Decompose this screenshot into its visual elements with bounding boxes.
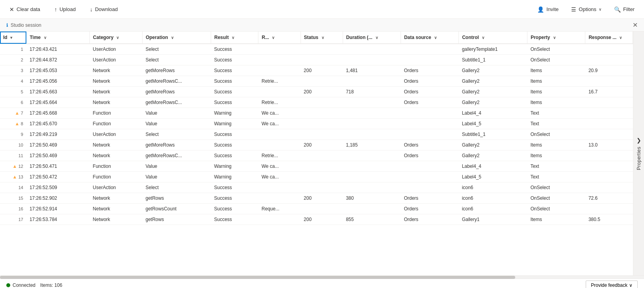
side-panel-arrow-icon: ❯ — [637, 137, 641, 143]
clear-data-label: Clear data — [17, 6, 40, 12]
table-row[interactable]: ▲ 1317:26:50.472FunctionValueWarningWe c… — [0, 172, 633, 182]
cell-time: 17:26:50.469 — [26, 140, 90, 151]
invite-button[interactable]: 👤 Invite — [534, 5, 562, 14]
upload-button[interactable]: ↑ Upload — [51, 5, 79, 14]
cell-time: 17:26:50.469 — [26, 151, 90, 161]
cell-status — [301, 204, 343, 214]
main-area: Id ▾ Time ∨ Category ∨ Operation ∨ Resul — [0, 32, 644, 275]
session-bar: ℹ Studio session ✕ — [0, 19, 644, 32]
cell-duration: 1,481 — [343, 65, 401, 76]
cell-datasource: Orders — [401, 140, 458, 151]
cell-time: 17:26:49.219 — [26, 129, 90, 140]
cell-property: Items — [527, 65, 585, 76]
cell-r — [258, 129, 301, 140]
cell-time: 17:26:45.663 — [26, 87, 90, 97]
table-row[interactable]: 1417:26:52.509UserActionSelectSuccessico… — [0, 182, 633, 193]
cell-duration — [343, 55, 401, 65]
cell-operation: Value — [142, 161, 211, 172]
sort-icon-r: ∨ — [272, 35, 275, 40]
data-table: Id ▾ Time ∨ Category ∨ Operation ∨ Resul — [0, 32, 633, 225]
sort-icon-duration: ∨ — [375, 35, 378, 40]
clear-data-button[interactable]: ✕ Clear data — [6, 5, 43, 14]
cell-result: Success — [211, 55, 258, 65]
cell-duration — [343, 172, 401, 182]
cell-category: Network — [90, 214, 143, 225]
table-row[interactable]: 917:26:49.219UserActionSelectSuccessSubt… — [0, 129, 633, 140]
status-right: Provide feedback ∨ — [586, 281, 638, 288]
cell-duration — [343, 129, 401, 140]
cell-response — [585, 44, 633, 55]
feedback-button[interactable]: Provide feedback ∨ — [586, 281, 638, 288]
side-panel[interactable]: ❯ Properties — [633, 32, 644, 275]
cell-control: Gallery2 — [459, 76, 527, 87]
cell-duration — [343, 76, 401, 87]
col-header-id[interactable]: Id ▾ — [0, 32, 26, 44]
col-header-response[interactable]: Response ... ∨ — [585, 32, 633, 44]
table-row[interactable]: ▲ 817:26:45.670FunctionValueWarningWe ca… — [0, 119, 633, 129]
cell-duration: 855 — [343, 214, 401, 225]
col-header-operation[interactable]: Operation ∨ — [142, 32, 211, 44]
cell-result: Success — [211, 97, 258, 108]
cell-datasource: Orders — [401, 97, 458, 108]
close-button[interactable]: ✕ — [633, 21, 638, 29]
table-row[interactable]: 1117:26:50.469NetworkgetMoreRowsC...Succ… — [0, 151, 633, 161]
cell-r — [258, 193, 301, 204]
table-row[interactable]: 1617:26:52.914NetworkgetRowsCountSuccess… — [0, 204, 633, 214]
side-panel-label: Properties — [636, 147, 642, 170]
col-header-control[interactable]: Control ∨ — [459, 32, 527, 44]
table-row[interactable]: ▲ 717:26:45.668FunctionValueWarningWe ca… — [0, 108, 633, 119]
cell-result: Warning — [211, 161, 258, 172]
table-container: Id ▾ Time ∨ Category ∨ Operation ∨ Resul — [0, 32, 633, 275]
filter-button[interactable]: 🔍 Filter — [611, 5, 638, 14]
table-row[interactable]: 1517:26:52.902NetworkgetRowsSuccess20038… — [0, 193, 633, 204]
table-scroll[interactable]: Id ▾ Time ∨ Category ∨ Operation ∨ Resul — [0, 32, 633, 275]
cell-operation: getMoreRows — [142, 65, 211, 76]
cell-id: ▲ 7 — [0, 108, 26, 119]
cell-response: 13.0 — [585, 140, 633, 151]
col-header-status[interactable]: Status ∨ — [301, 32, 343, 44]
col-header-result[interactable]: Result ∨ — [211, 32, 258, 44]
session-label: Studio session — [11, 22, 41, 28]
toolbar: ✕ Clear data ↑ Upload ↓ Download 👤 Invit… — [0, 0, 644, 19]
table-row[interactable]: 517:26:45.663NetworkgetMoreRowsSuccess20… — [0, 87, 633, 97]
col-header-datasource[interactable]: Data source ∨ — [401, 32, 458, 44]
table-row[interactable]: 1717:26:53.784NetworkgetRowsSuccess20085… — [0, 214, 633, 225]
col-header-time[interactable]: Time ∨ — [26, 32, 90, 44]
table-row[interactable]: 217:26:44.872UserActionSelectSuccessSubt… — [0, 55, 633, 65]
cell-id: 16 — [0, 204, 26, 214]
table-row[interactable]: 1017:26:50.469NetworkgetMoreRowsSuccess2… — [0, 140, 633, 151]
cell-status: 200 — [301, 214, 343, 225]
table-row[interactable]: 317:26:45.053NetworkgetMoreRowsSuccess20… — [0, 65, 633, 76]
clear-data-icon: ✕ — [9, 6, 14, 13]
col-header-category[interactable]: Category ∨ — [90, 32, 143, 44]
table-row[interactable]: 117:26:43.421UserActionSelectSuccessgall… — [0, 44, 633, 55]
cell-duration — [343, 44, 401, 55]
cell-time: 17:26:52.914 — [26, 204, 90, 214]
cell-time: 17:26:50.471 — [26, 161, 90, 172]
cell-category: Network — [90, 140, 143, 151]
col-header-r[interactable]: R... ∨ — [258, 32, 301, 44]
cell-operation: Value — [142, 119, 211, 129]
cell-category: UserAction — [90, 182, 143, 193]
download-label: Download — [95, 6, 118, 12]
options-button[interactable]: ☰ Options ∨ — [568, 5, 605, 14]
cell-status — [301, 44, 343, 55]
download-button[interactable]: ↓ Download — [87, 5, 121, 14]
upload-icon: ↑ — [54, 6, 57, 13]
table-row[interactable]: ▲ 1217:26:50.471FunctionValueWarningWe c… — [0, 161, 633, 172]
sort-icon-id: ▾ — [10, 35, 12, 40]
col-header-property[interactable]: Property ∨ — [527, 32, 585, 44]
sort-icon-status: ∨ — [321, 35, 324, 40]
cell-r: We ca... — [258, 172, 301, 182]
cell-operation: Value — [142, 172, 211, 182]
table-row[interactable]: 417:26:45.056NetworkgetMoreRowsC...Succe… — [0, 76, 633, 87]
table-row[interactable]: 617:26:45.664NetworkgetMoreRowsC...Succe… — [0, 97, 633, 108]
cell-property: Items — [527, 87, 585, 97]
col-header-duration[interactable]: Duration (... ∨ — [343, 32, 401, 44]
cell-result: Success — [211, 76, 258, 87]
cell-status — [301, 97, 343, 108]
horizontal-scrollbar[interactable] — [0, 275, 644, 279]
cell-status — [301, 119, 343, 129]
cell-property: Text — [527, 161, 585, 172]
cell-duration — [343, 182, 401, 193]
